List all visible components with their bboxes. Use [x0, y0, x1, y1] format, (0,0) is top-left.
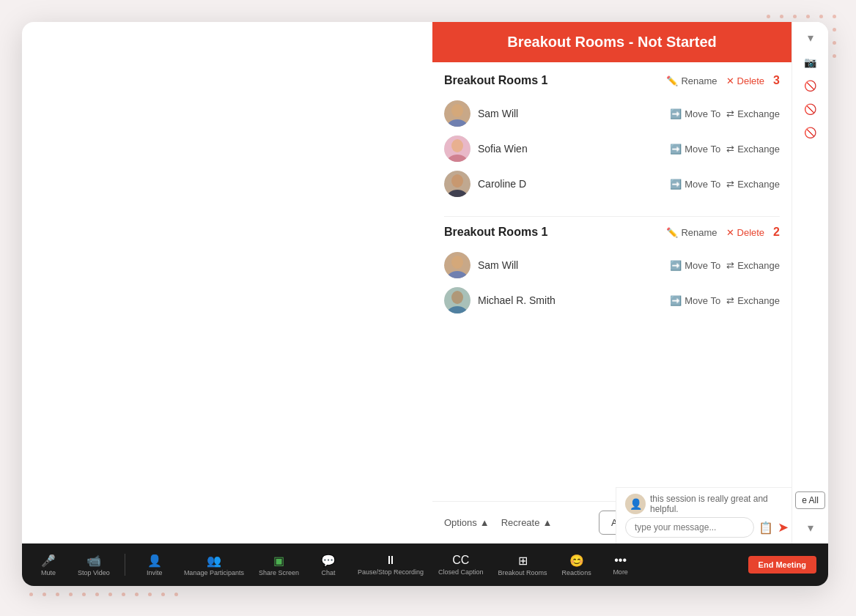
chat-avatar: 👤: [625, 494, 646, 514]
chevron-up-icon: ▲: [480, 517, 490, 528]
r2-participant-2-exchange-btn[interactable]: ⇄ Exchange: [726, 295, 780, 306]
participant-row: Sofia Wien ➡️ Move To ⇄ Exchange: [444, 131, 780, 166]
room-1-delete-btn[interactable]: ✕ Delete: [726, 75, 765, 86]
participant-row: Michael R. Smith ➡️ Move To ⇄ Exchange: [444, 283, 780, 318]
chat-input-row: 📋 ➤: [625, 517, 783, 538]
breakout-header-title: Breakout Rooms - Not Started: [507, 34, 717, 50]
room-1-section: Breakout Rooms 1 ✏️ Rename ✕ Delete 3: [444, 74, 780, 201]
manage-participants-btn[interactable]: 👥 Manage Participants: [184, 554, 244, 576]
svg-point-34: [451, 139, 463, 152]
room-2-header: Breakout Rooms 1 ✏️ Rename ✕ Delete 2: [444, 226, 780, 239]
move-to-icon-3: ➡️: [670, 179, 682, 190]
room-2-rename-btn[interactable]: ✏️ Rename: [666, 227, 717, 238]
no-video-icon-2[interactable]: 🚫: [804, 103, 816, 115]
room-2-actions: ✏️ Rename ✕ Delete 2: [666, 226, 780, 239]
no-video-icon-3[interactable]: 🚫: [804, 127, 816, 138]
video-area-container: Breakout Rooms - Not Started Breakout Ro…: [22, 22, 828, 586]
chat-send-btn[interactable]: ➤: [778, 519, 789, 535]
chat-message-text: this session is really great and helpful…: [650, 494, 783, 514]
e-all-btn[interactable]: e All: [795, 491, 825, 509]
toolbar-left: 🎤 Mute 📹 Stop Video 👤 Invite 👥 Manage Pa…: [34, 554, 635, 576]
room-1-actions: ✏️ Rename ✕ Delete 3: [666, 74, 780, 87]
room-2-count: 2: [773, 226, 780, 239]
r2-participant-1-move-to-btn[interactable]: ➡️ Move To: [670, 260, 720, 271]
r2-participant-2-move-to-btn[interactable]: ➡️ Move To: [670, 295, 720, 306]
move-to-icon-1: ➡️: [670, 108, 682, 119]
svg-point-31: [451, 104, 463, 117]
options-btn[interactable]: Options ▲: [444, 517, 490, 528]
share-screen-btn[interactable]: ▣ Share Screen: [259, 554, 299, 576]
x-icon: ✕: [726, 75, 734, 86]
participant-row: Sam Will ➡️ Move To ⇄ Exchange: [444, 248, 780, 283]
exchange-icon-2: ⇄: [726, 144, 734, 155]
chat-attach-btn[interactable]: 📋: [759, 521, 773, 535]
participant-2-move-to-btn[interactable]: ➡️ Move To: [670, 144, 720, 155]
chevron-down-icon[interactable]: ▾: [808, 31, 813, 45]
breakout-rooms-btn[interactable]: ⊞ Breakout Rooms: [498, 554, 547, 576]
no-video-icon-1[interactable]: 🚫: [804, 80, 816, 92]
participant-3-name: Caroline D: [478, 178, 526, 190]
exchange-icon-3: ⇄: [726, 179, 734, 190]
more-icon: •••: [614, 554, 627, 567]
chat-preview: 👤 this session is really great and helpf…: [616, 487, 792, 543]
move-to-icon-4: ➡️: [670, 260, 682, 271]
app-window: Breakout Rooms - Not Started Breakout Ro…: [22, 22, 828, 586]
invite-btn[interactable]: 👤 Invite: [140, 554, 169, 576]
participants-icon: 👥: [207, 554, 221, 568]
invite-icon: 👤: [147, 554, 162, 568]
participant-2-actions: ➡️ Move To ⇄ Exchange: [670, 144, 780, 155]
exchange-icon-4: ⇄: [726, 260, 734, 271]
room-1-rename-btn[interactable]: ✏️ Rename: [666, 75, 717, 86]
svg-point-43: [451, 291, 463, 304]
closed-caption-btn[interactable]: CC Closed Caption: [438, 554, 484, 576]
stop-video-btn[interactable]: 📹 Stop Video: [78, 554, 110, 576]
pencil-icon: ✏️: [666, 75, 678, 86]
participant-1-name: Sam Will: [478, 108, 518, 119]
r2-participant-1-exchange-btn[interactable]: ⇄ Exchange: [726, 260, 780, 271]
pencil-icon-2: ✏️: [666, 227, 678, 238]
participant-3-avatar: [444, 171, 471, 197]
video-icon: 📹: [86, 554, 101, 568]
participant-1-exchange-btn[interactable]: ⇄ Exchange: [726, 108, 780, 119]
chevron-down-icon-2[interactable]: ▾: [808, 521, 813, 535]
reactions-btn[interactable]: 😊 Reactions: [562, 554, 591, 576]
r2-participant-2-name: Michael R. Smith: [478, 294, 556, 306]
participant-3-exchange-btn[interactable]: ⇄ Exchange: [726, 179, 780, 190]
share-screen-icon: ▣: [273, 554, 284, 568]
reactions-icon: 😊: [569, 554, 584, 568]
caption-icon: CC: [452, 554, 469, 567]
recreate-btn[interactable]: Recreate ▲: [501, 517, 553, 528]
room-1-count: 3: [773, 74, 780, 87]
participant-1-move-to-btn[interactable]: ➡️ Move To: [670, 108, 720, 119]
chat-input[interactable]: [625, 517, 754, 538]
right-sidebar: ▾ 📷 🚫 🚫 🚫 e All ▾: [792, 22, 828, 543]
r2-participant-2-avatar: [444, 287, 471, 313]
room-1-header: Breakout Rooms 1 ✏️ Rename ✕ Delete 3: [444, 74, 780, 87]
room-1-title: Breakout Rooms 1: [444, 74, 547, 87]
participant-2-info: Sofia Wien: [444, 136, 528, 162]
more-btn[interactable]: ••• More: [606, 554, 635, 576]
participant-3-actions: ➡️ Move To ⇄ Exchange: [670, 179, 780, 190]
microphone-icon: 🎤: [41, 554, 56, 568]
room-2-section: Breakout Rooms 1 ✏️ Rename ✕ Delete 2: [444, 226, 780, 318]
mute-btn[interactable]: 🎤 Mute: [34, 554, 63, 576]
room-divider: [444, 216, 780, 217]
r2-participant-1-avatar: [444, 252, 471, 278]
room-2-delete-btn[interactable]: ✕ Delete: [726, 227, 765, 238]
r2-participant-1-info: Sam Will: [444, 252, 518, 278]
footer-left: Options ▲ Recreate ▲: [444, 517, 552, 528]
participant-2-exchange-btn[interactable]: ⇄ Exchange: [726, 144, 780, 155]
exchange-icon-1: ⇄: [726, 108, 734, 119]
toolbar: 🎤 Mute 📹 Stop Video 👤 Invite 👥 Manage Pa…: [22, 543, 828, 586]
room-2-title: Breakout Rooms 1: [444, 226, 547, 239]
exchange-icon-5: ⇄: [726, 295, 734, 306]
end-meeting-btn[interactable]: End Meeting: [748, 556, 816, 574]
participant-1-info: Sam Will: [444, 100, 518, 127]
recording-icon: ⏸: [385, 554, 396, 567]
breakout-icon: ⊞: [518, 554, 528, 568]
svg-point-40: [451, 256, 463, 269]
pause-recording-btn[interactable]: ⏸ Pause/Stop Recording: [358, 554, 424, 576]
video-camera-icon[interactable]: 📷: [804, 56, 816, 68]
participant-3-move-to-btn[interactable]: ➡️ Move To: [670, 179, 720, 190]
chat-btn[interactable]: 💬 Chat: [314, 554, 343, 576]
